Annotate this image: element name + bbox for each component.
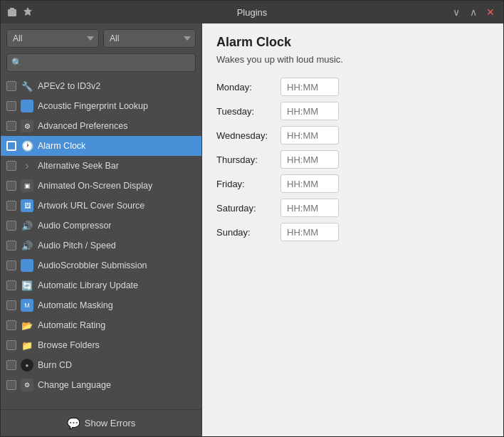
checkbox-alt-seek[interactable]	[6, 161, 16, 171]
plugin-list: 🔧 APEv2 to ID3v2 Acoustic Fingerprint Lo…	[1, 76, 201, 409]
plugin-item-acoustic[interactable]: Acoustic Fingerprint Lookup	[1, 96, 201, 116]
titlebar-controls: ∨ ∧ ✕	[449, 5, 498, 19]
plugin-name-advanced-prefs: Advanced Preferences	[38, 121, 127, 131]
plugin-item-audio-comp[interactable]: 🔊 Audio Compressor	[1, 216, 201, 236]
day-row-tuesday: Tuesday:	[216, 102, 489, 120]
icon-alt-seek: ›	[21, 159, 33, 172]
time-input-thursday[interactable]	[280, 150, 339, 169]
time-input-saturday[interactable]	[280, 199, 339, 217]
day-label-sunday: Sunday:	[216, 227, 280, 238]
checkbox-apev2[interactable]	[6, 81, 16, 91]
day-label-tuesday: Tuesday:	[216, 106, 280, 117]
plugin-name-auto-lib: Automatic Library Update	[38, 280, 138, 290]
icon-auto-lib: 🔄	[21, 279, 33, 292]
show-errors-bar[interactable]: 💬 Show Errors	[1, 409, 201, 436]
checkbox-burn-cd[interactable]	[6, 360, 16, 370]
puzzle-icon	[6, 6, 18, 18]
icon-alarm-clock: 🕐	[21, 139, 33, 152]
day-row-monday: Monday:	[216, 78, 489, 96]
maximize-button[interactable]: ∧	[466, 5, 481, 19]
checkbox-change-lang[interactable]	[6, 380, 16, 390]
plugin-item-apev2[interactable]: 🔧 APEv2 to ID3v2	[1, 76, 201, 96]
plugin-name-burn-cd: Burn CD	[38, 360, 72, 370]
checkbox-acoustic[interactable]	[6, 101, 16, 111]
main-panel: Alarm Clock Wakes you up with loud music…	[202, 23, 503, 436]
icon-auto-mask: M	[21, 299, 33, 312]
day-row-friday: Friday:	[216, 174, 489, 193]
plugin-detail-desc: Wakes you up with loud music.	[216, 54, 489, 65]
plugin-name-audio-pitch: Audio Pitch / Speed	[38, 241, 116, 251]
checkbox-auto-rating[interactable]	[6, 320, 16, 330]
time-input-tuesday[interactable]	[280, 102, 339, 120]
plugin-item-audioscrobbler[interactable]: AudioScrobbler Submission	[1, 256, 201, 275]
plugin-name-acoustic: Acoustic Fingerprint Lookup	[38, 101, 148, 111]
plugin-item-burn-cd[interactable]: ● Burn CD	[1, 355, 201, 375]
day-row-thursday: Thursday:	[216, 150, 489, 169]
plugin-detail-title: Alarm Clock	[216, 35, 489, 50]
window-title: Plugins	[237, 7, 268, 18]
search-input[interactable]	[6, 53, 196, 72]
plugin-name-audio-comp: Audio Compressor	[38, 221, 112, 231]
time-input-sunday[interactable]	[280, 223, 339, 241]
show-errors-icon: 💬	[67, 417, 80, 430]
sidebar: All Enabled Disabled All Enabled Disable…	[1, 23, 202, 436]
search-icon: 🔍	[11, 58, 22, 68]
filter-select-1[interactable]: All Enabled Disabled	[6, 29, 99, 48]
day-label-friday: Friday:	[216, 179, 280, 189]
checkbox-browse-folders[interactable]	[6, 340, 16, 350]
day-row-sunday: Sunday:	[216, 223, 489, 241]
checkbox-audio-pitch[interactable]	[6, 241, 16, 251]
minimize-button[interactable]: ∨	[449, 5, 463, 19]
icon-apev2: 🔧	[21, 80, 33, 93]
day-row-saturday: Saturday:	[216, 199, 489, 217]
plugin-name-change-lang: Change Language	[38, 380, 111, 390]
day-label-thursday: Thursday:	[216, 154, 280, 165]
time-input-wednesday[interactable]	[280, 126, 339, 144]
plugin-name-auto-rating: Automatic Rating	[38, 320, 105, 330]
search-row: 🔍	[1, 53, 201, 76]
plugin-item-auto-lib[interactable]: 🔄 Automatic Library Update	[1, 275, 201, 295]
checkbox-audioscrobbler[interactable]	[6, 260, 16, 270]
plugin-name-apev2: APEv2 to ID3v2	[38, 81, 100, 91]
checkbox-animated-osd[interactable]	[6, 181, 16, 191]
plugin-item-alt-seek[interactable]: › Alternative Seek Bar	[1, 156, 201, 176]
plugin-item-browse-folders[interactable]: 📁 Browse Folders	[1, 335, 201, 355]
plugin-item-advanced-prefs[interactable]: ⚙ Advanced Preferences	[1, 116, 201, 136]
icon-burn-cd: ●	[21, 359, 33, 372]
checkbox-auto-lib[interactable]	[6, 280, 16, 290]
day-label-monday: Monday:	[216, 82, 280, 93]
plugin-item-auto-mask[interactable]: M Automatic Masking	[1, 295, 201, 315]
plugin-name-browse-folders: Browse Folders	[38, 340, 100, 350]
filter-select-2[interactable]: All Enabled Disabled	[103, 29, 196, 48]
plugin-item-animated-osd[interactable]: ▣ Animated On-Screen Display	[1, 176, 201, 196]
plugin-item-change-lang[interactable]: ⚙ Change Language	[1, 375, 201, 395]
pin-icon	[22, 6, 33, 18]
plugin-item-alarm-clock[interactable]: 🕐 Alarm Clock	[1, 136, 201, 156]
icon-change-lang: ⚙	[21, 379, 33, 391]
plugin-name-animated-osd: Animated On-Screen Display	[38, 181, 152, 191]
time-input-monday[interactable]	[280, 78, 339, 96]
checkbox-artwork-url[interactable]	[6, 201, 16, 211]
checkbox-audio-comp[interactable]	[6, 221, 16, 231]
plugin-name-artwork-url: Artwork URL Cover Source	[38, 201, 145, 211]
main-window: Plugins ∨ ∧ ✕ All Enabled Disabled All E…	[0, 0, 504, 437]
close-button[interactable]: ✕	[483, 5, 498, 19]
icon-advanced-prefs: ⚙	[21, 120, 33, 132]
titlebar-left	[6, 6, 33, 18]
plugin-item-audio-pitch[interactable]: 🔊 Audio Pitch / Speed	[1, 236, 201, 256]
content-area: All Enabled Disabled All Enabled Disable…	[1, 23, 503, 436]
checkbox-advanced-prefs[interactable]	[6, 121, 16, 131]
titlebar: Plugins ∨ ∧ ✕	[1, 1, 503, 23]
checkbox-alarm-clock[interactable]	[6, 141, 16, 151]
icon-artwork-url: 🖼	[21, 199, 33, 212]
plugin-item-artwork-url[interactable]: 🖼 Artwork URL Cover Source	[1, 196, 201, 216]
checkbox-auto-mask[interactable]	[6, 300, 16, 310]
plugin-name-audioscrobbler: AudioScrobbler Submission	[38, 260, 147, 270]
plugin-name-auto-mask: Automatic Masking	[38, 300, 113, 310]
plugin-item-auto-rating[interactable]: 📂 Automatic Rating	[1, 315, 201, 335]
time-input-friday[interactable]	[280, 174, 339, 193]
icon-audio-comp: 🔊	[21, 219, 33, 232]
plugin-name-alarm-clock: Alarm Clock	[38, 141, 85, 151]
icon-animated-osd: ▣	[21, 179, 33, 192]
icon-audioscrobbler	[21, 259, 33, 272]
